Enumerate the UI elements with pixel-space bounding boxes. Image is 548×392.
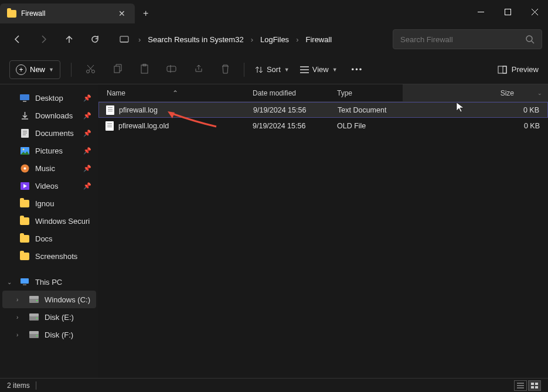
- pin-icon: 📌: [83, 147, 91, 155]
- sidebar-item-documents[interactable]: Documents📌: [2, 124, 96, 142]
- sidebar-label: Windows (C:): [45, 295, 90, 304]
- svg-rect-27: [29, 313, 39, 316]
- up-button[interactable]: [57, 29, 81, 50]
- column-name[interactable]: Name⌃: [98, 89, 248, 97]
- view-icon: [300, 66, 309, 73]
- music-icon: [20, 163, 29, 173]
- drive-icon: [29, 312, 39, 322]
- table-row[interactable]: pfirewall.log.old9/19/2024 15:56OLD File…: [98, 118, 548, 134]
- sidebar-label: Disk (E:): [45, 313, 74, 322]
- sort-button[interactable]: Sort ▼: [255, 65, 290, 74]
- delete-icon[interactable]: [217, 60, 233, 79]
- refresh-button[interactable]: [83, 29, 107, 50]
- plus-icon: +: [16, 64, 26, 75]
- paste-icon[interactable]: [137, 60, 152, 79]
- svg-rect-1: [505, 9, 510, 15]
- close-button[interactable]: [521, 0, 548, 23]
- svg-rect-0: [478, 12, 484, 12]
- file-type: Text Document: [333, 106, 403, 114]
- sidebar-item-pictures[interactable]: Pictures📌: [2, 142, 96, 159]
- icons-view-button[interactable]: [528, 380, 541, 391]
- tab-title: Firewall: [21, 9, 111, 18]
- column-type[interactable]: Type: [332, 89, 403, 97]
- pin-icon: 📌: [83, 129, 91, 137]
- drive-icon: [29, 295, 39, 304]
- chevron-down-icon: ▼: [49, 67, 54, 73]
- details-view-button[interactable]: [514, 380, 527, 391]
- breadcrumb-item[interactable]: LogFiles: [256, 32, 294, 47]
- toolbar: + New ▼ Sort ▼ View ▼ ••• Preview: [0, 55, 548, 84]
- svg-rect-12: [503, 66, 506, 73]
- column-date[interactable]: Date modified: [248, 89, 332, 97]
- table-row[interactable]: pfirewall.log9/19/2024 15:56Text Documen…: [98, 102, 548, 118]
- svg-rect-7: [114, 66, 120, 73]
- sidebar-item-downloads[interactable]: Downloads📌: [2, 107, 96, 124]
- new-tab-button[interactable]: +: [135, 8, 156, 19]
- sort-icon: [255, 66, 263, 74]
- location-icon[interactable]: [113, 29, 136, 50]
- breadcrumb-item[interactable]: Firewall: [301, 32, 336, 47]
- svg-rect-3: [120, 42, 128, 42]
- sidebar-label: Desktop: [35, 94, 63, 103]
- column-size[interactable]: Size⌄: [403, 84, 548, 101]
- close-tab-icon[interactable]: ✕: [116, 9, 128, 18]
- sidebar-item-drive[interactable]: ›Disk (E:): [2, 308, 96, 326]
- desktop-icon: [20, 93, 29, 103]
- sidebar-item-music[interactable]: Music📌: [2, 159, 96, 177]
- sidebar-item-docs[interactable]: Docs: [2, 230, 96, 247]
- svg-point-25: [36, 300, 38, 301]
- chevron-down-icon: ⌄: [7, 279, 14, 285]
- divider: [244, 63, 244, 77]
- sidebar-item-drive[interactable]: ›Windows (C:): [2, 291, 96, 308]
- sidebar-item-ignou[interactable]: Ignou: [2, 195, 96, 212]
- back-button[interactable]: [6, 29, 29, 50]
- maximize-button[interactable]: [494, 0, 521, 23]
- tab-firewall[interactable]: Firewall ✕: [0, 4, 135, 23]
- folder-icon: [20, 199, 29, 208]
- cursor-icon: [456, 102, 464, 114]
- sidebar-item-drive[interactable]: ›Disk (F:): [2, 326, 96, 343]
- pin-icon: 📌: [83, 112, 91, 120]
- folder-icon: [7, 10, 16, 18]
- share-icon[interactable]: [190, 60, 207, 79]
- minimize-button[interactable]: [467, 0, 494, 23]
- pin-icon: 📌: [83, 182, 91, 190]
- more-button[interactable]: •••: [348, 62, 367, 77]
- chevron-right-icon: ›: [295, 35, 299, 44]
- view-button[interactable]: View ▼: [300, 65, 338, 74]
- new-button[interactable]: + New ▼: [9, 60, 60, 79]
- sidebar-item-videos[interactable]: Videos📌: [2, 177, 96, 195]
- svg-rect-13: [20, 94, 29, 100]
- sidebar-label: Ignou: [35, 199, 55, 208]
- view-label: View: [312, 65, 329, 74]
- file-size: 0 KB: [403, 122, 548, 130]
- breadcrumb-item[interactable]: Search Results in System32: [143, 32, 248, 47]
- sidebar-item-screenshots[interactable]: Screenshots: [2, 247, 96, 265]
- svg-rect-33: [531, 383, 534, 385]
- sidebar-label: Videos: [35, 182, 59, 190]
- sidebar-item-windows-securi[interactable]: Windows Securi: [2, 212, 96, 230]
- search-box[interactable]: [393, 29, 542, 49]
- cut-icon[interactable]: [82, 60, 99, 79]
- breadcrumb[interactable]: › Search Results in System32 › LogFiles …: [113, 29, 386, 50]
- forward-button[interactable]: [32, 29, 55, 50]
- preview-button[interactable]: Preview: [498, 65, 539, 74]
- rename-icon[interactable]: [163, 61, 180, 79]
- sidebar-item-desktop[interactable]: Desktop📌: [2, 89, 96, 107]
- sidebar-label: Documents: [35, 129, 74, 138]
- sidebar-item-thispc[interactable]: ⌄ This PC: [2, 273, 96, 291]
- new-label: New: [30, 65, 45, 74]
- file-type: OLD File: [332, 122, 403, 130]
- file-icon: [105, 121, 114, 131]
- file-icon: [106, 105, 114, 115]
- preview-icon: [498, 66, 507, 74]
- copy-icon[interactable]: [110, 60, 126, 79]
- main: Desktop📌Downloads📌Documents📌Pictures📌Mus…: [0, 84, 548, 378]
- sidebar-label: Downloads: [35, 111, 73, 120]
- pc-icon: [20, 277, 29, 287]
- sidebar-label: Disk (F:): [45, 330, 73, 339]
- divider: [71, 63, 72, 77]
- search-input[interactable]: [400, 35, 520, 44]
- chevron-right-icon: ›: [137, 35, 142, 44]
- svg-rect-30: [29, 331, 39, 334]
